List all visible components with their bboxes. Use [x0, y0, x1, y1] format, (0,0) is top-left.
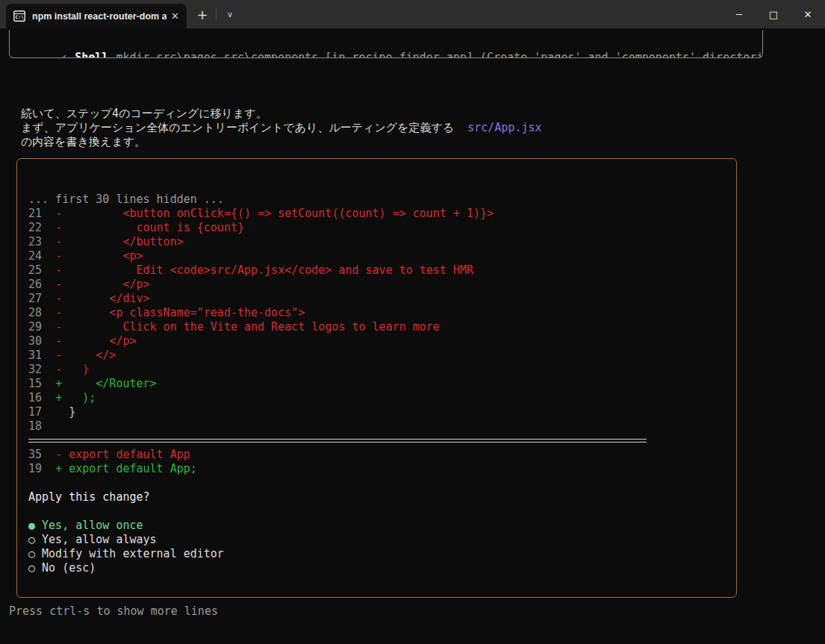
confirm-option-4[interactable]: ○ No (esc): [28, 561, 729, 575]
writefile-confirmation-box: ?WriteFileWriting to recipe-finder-app\s…: [16, 158, 737, 598]
diff-line: 17 }: [28, 405, 729, 419]
terminal-tab[interactable]: C:\ npm install react-router-dom a ✕: [6, 4, 187, 28]
paragraph-line: まず、アプリケーション全体のエントリーポイントであり、ルーティングを定義する s…: [21, 121, 825, 135]
status-line: ⠏Waiting for user confirmation...: [9, 633, 825, 644]
blank-line: [28, 476, 729, 490]
maximize-button[interactable]: □: [756, 0, 791, 28]
shell-tool-label: Shell: [75, 51, 108, 58]
blank-line: [28, 178, 729, 193]
file-path-reference: src/App.jsx: [467, 121, 541, 134]
shell-command-description: mkdir src\pages src\components [in recip…: [116, 51, 763, 58]
diff-line: 35 - export default App: [28, 448, 729, 462]
hidden-lines-note: ... first 30 lines hidden ...: [28, 193, 729, 207]
diff-line: 24 - <p>: [28, 249, 729, 263]
paragraph-line: の内容を書き換えます。: [21, 135, 825, 149]
confirm-option-1[interactable]: ● Yes, allow once: [28, 519, 729, 533]
terminal-window: C:\ npm install react-router-dom a ✕ + ∨…: [0, 0, 825, 644]
cmd-icon: C:\: [13, 10, 25, 22]
diff-line: 22 - count is {count}: [28, 221, 729, 235]
check-icon: ✔: [60, 51, 66, 58]
paragraph-line: 続いて、ステップ4のコーディングに移ります。: [21, 107, 825, 121]
titlebar: C:\ npm install react-router-dom a ✕ + ∨…: [0, 0, 825, 28]
diff-line: 25 - Edit <code>src/App.jsx</code> and s…: [28, 263, 729, 278]
diff-view: 21 - <button onClick={() => setCount((co…: [28, 207, 729, 476]
tab-title: npm install react-router-dom a: [32, 11, 166, 22]
writefile-header: ?WriteFileWriting to recipe-finder-app\s…: [28, 164, 729, 178]
window-controls: ─ □ ✕: [722, 0, 825, 28]
minimize-button[interactable]: ─: [722, 0, 756, 28]
assistant-paragraph: 続いて、ステップ4のコーディングに移ります。 まず、アプリケーション全体のエント…: [21, 107, 825, 149]
svg-text:C:\: C:\: [16, 14, 24, 19]
diff-line: 15 + </Router>: [28, 377, 729, 391]
new-tab-button[interactable]: +: [191, 0, 214, 28]
diff-line: 30 - </p>: [28, 334, 729, 348]
tab-dropdown-chevron-icon[interactable]: ∨: [220, 0, 240, 28]
diff-line: 23 - </button>: [28, 235, 729, 249]
diff-line: 29 - Click on the Vite and React logos t…: [28, 320, 729, 334]
diff-line: 32 - ): [28, 363, 729, 377]
close-button[interactable]: ✕: [791, 0, 825, 28]
diff-hunk-separator: [28, 434, 729, 448]
diff-line: 27 - </div>: [28, 292, 729, 306]
diff-line: 28 - <p className="read-the-docs">: [28, 306, 729, 320]
diff-line: 26 - </p>: [28, 278, 729, 292]
diff-line: 21 - <button onClick={() => setCount((co…: [28, 207, 729, 221]
diff-line: 18: [28, 419, 729, 434]
confirmation-options: ● Yes, allow once○ Yes, allow always○ Mo…: [28, 519, 729, 575]
ctrl-s-hint: Press ctrl-s to show more lines: [9, 604, 825, 619]
terminal-content[interactable]: ✔Shellmkdir src\pages src\components [in…: [0, 30, 825, 644]
diff-line: 19 + export default App;: [28, 462, 729, 476]
assistant-message: ✦ディレクトリの作成が完了しました。: [9, 65, 825, 79]
tab-close-icon[interactable]: ✕: [171, 10, 179, 22]
blank-line: [28, 504, 729, 519]
confirm-option-2[interactable]: ○ Yes, allow always: [28, 533, 729, 547]
confirm-option-3[interactable]: ○ Modify with external editor: [28, 547, 729, 561]
shell-tool-result-box: ✔Shellmkdir src\pages src\components [in…: [9, 30, 763, 58]
diff-line: 16 + );: [28, 391, 729, 405]
apply-change-prompt: Apply this change?: [28, 490, 729, 504]
tab-separator: [216, 8, 217, 20]
diff-line: 31 - </>: [28, 348, 729, 363]
